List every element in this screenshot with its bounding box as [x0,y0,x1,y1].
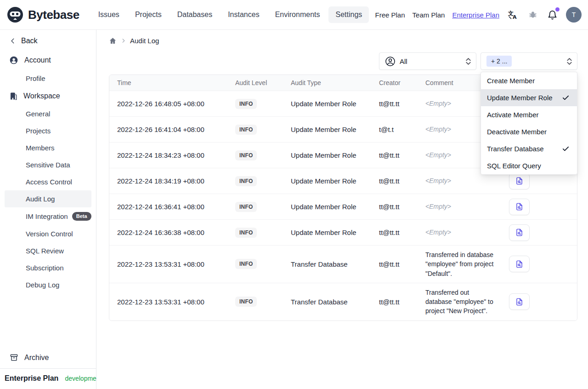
sidebar-item[interactable]: IM Integration Beta [0,207,96,225]
back-button[interactable]: Back [0,30,96,51]
audit-comment: Transferred in database "employee" from … [425,246,501,283]
plan-link[interactable]: Team Plan [413,11,445,19]
header-creator: Creator [379,79,425,86]
table-row: 2022-12-23 13:53:31 +08:00 INFO Transfer… [109,283,577,320]
breadcrumb: Audit Log [96,30,588,46]
plan-footer: Enterprise Plan development [0,368,96,389]
menu-item[interactable]: Update Member Role [481,89,577,106]
view-detail-button[interactable] [509,173,530,189]
type-filter-value: + 2 ... [486,56,512,67]
view-detail-button[interactable] [509,256,530,272]
back-label: Back [21,37,38,45]
audit-type: Transfer Database [291,260,379,268]
audit-type-dropdown-menu: Create Member Update Member Role Activat… [481,72,577,175]
notification-bell-icon[interactable] [546,9,559,21]
nav-item[interactable]: Instances [221,6,266,23]
audit-time: 2022-12-24 18:34:19 +08:00 [109,177,235,185]
audit-creator: tt@tt.tt [379,260,425,268]
plan-link[interactable]: Enterprise Plan [452,11,499,19]
nav-item[interactable]: Projects [128,6,169,23]
home-icon[interactable] [109,37,117,45]
audit-type: Transfer Database [291,298,379,306]
beta-badge: Beta [72,212,91,221]
sidebar-section-account: Account [0,51,96,70]
user-avatar[interactable]: T [566,7,582,23]
sidebar-item[interactable]: Profile [0,70,96,87]
menu-item[interactable]: Create Member [481,72,577,89]
document-search-icon [515,297,524,306]
audit-level-badge: INFO [235,202,257,212]
document-search-icon [515,260,524,269]
audit-level-badge: INFO [235,125,257,135]
audit-type: Update Member Role [291,100,379,108]
creator-filter-select[interactable]: All [379,52,476,70]
audit-creator: t@t.t [379,126,425,133]
header-time: Time [109,79,235,86]
menu-item[interactable]: SQL Editor Query [481,157,577,174]
bytebase-logo-icon [6,6,24,23]
view-detail-button[interactable] [509,224,530,241]
translate-icon[interactable]: 文 A [507,9,520,21]
audit-level-badge: INFO [235,297,257,307]
sidebar-item[interactable]: Subscription [0,259,96,276]
check-icon [562,94,571,102]
menu-item[interactable]: Activate Member [481,106,577,123]
audit-time: 2022-12-26 16:48:05 +08:00 [109,100,235,108]
sidebar-item[interactable]: Members [0,139,96,156]
sidebar-item[interactable]: Access Control [0,173,96,190]
account-icon [9,56,18,65]
header-audit-level: Audit Level [235,79,291,86]
settings-sidebar: Back Account Profile Workspace General P… [0,30,96,389]
main-content: Audit Log All + 2 ... Time Audit Level A… [96,30,588,389]
audit-time: 2022-12-26 16:41:04 +08:00 [109,126,235,133]
view-detail-button[interactable] [509,293,530,310]
audit-time: 2022-12-24 18:34:23 +08:00 [109,151,235,159]
sidebar-item[interactable]: Projects [0,122,96,139]
svg-text:A: A [513,14,517,20]
table-row: 2022-12-24 16:36:38 +08:00 INFO Update M… [109,219,577,245]
audit-type: Update Member Role [291,177,379,185]
archive-label: Archive [24,354,49,362]
menu-item[interactable]: Transfer Database [481,140,577,157]
audit-type: Update Member Role [291,229,379,236]
document-search-icon [515,228,524,237]
sidebar-item[interactable]: SQL Review [0,242,96,259]
creator-filter-value: All [400,57,407,65]
plan-link[interactable]: Free Plan [375,11,405,19]
sidebar-item[interactable]: Audit Log [5,190,91,207]
brand-name: Bytebase [28,8,79,22]
audit-creator: tt@tt.tt [379,177,425,185]
main-nav: Issues Projects Databases Instances Envi… [91,6,369,23]
type-filter-select[interactable]: + 2 ... [481,52,577,70]
audit-creator: tt@tt.tt [379,229,425,236]
audit-creator: tt@tt.tt [379,298,425,306]
bug-icon[interactable] [527,9,539,21]
nav-right: Free Plan Team Plan Enterprise Plan 文 A [375,7,582,23]
audit-time: 2022-12-24 16:36:38 +08:00 [109,229,235,236]
audit-creator: tt@tt.tt [379,151,425,159]
nav-item[interactable]: Issues [91,6,126,23]
view-detail-button[interactable] [509,199,530,215]
sidebar-item[interactable]: General [0,105,96,122]
audit-type: Update Member Role [291,151,379,159]
sidebar-item[interactable]: Debug Log [0,276,96,293]
bytebase-logo[interactable]: Bytebase [6,6,79,23]
sidebar-item[interactable]: Sensitive Data [0,156,96,173]
sidebar-item[interactable]: Version Control [0,225,96,242]
audit-type: Update Member Role [291,126,379,133]
audit-level-badge: INFO [235,228,257,238]
notification-dot [555,7,560,11]
chevron-right-icon [121,38,126,43]
footer-plan-label: Enterprise Plan [5,374,58,383]
nav-item[interactable]: Databases [170,6,220,23]
nav-item[interactable]: Settings [328,6,369,23]
archive-icon [10,353,18,362]
check-icon [562,145,571,153]
audit-level-badge: INFO [235,99,257,109]
audit-comment: <Empty> [425,197,501,216]
nav-item[interactable]: Environments [268,6,327,23]
audit-level-badge: INFO [235,176,257,186]
archive-button[interactable]: Archive [0,348,96,368]
workspace-title: Workspace [23,92,60,100]
menu-item[interactable]: Deactivate Member [481,123,577,140]
